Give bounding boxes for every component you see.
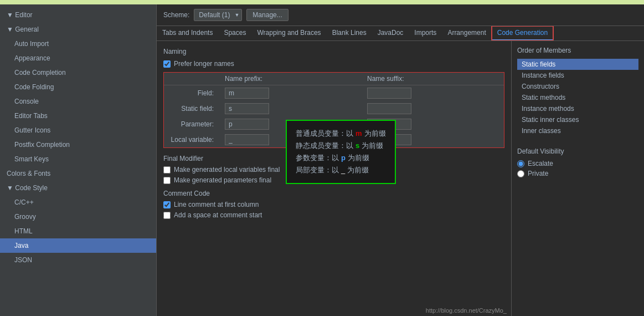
content-panel: Scheme: Default (1) ▼ Manage... Tabs and… [157, 4, 644, 316]
left-panel: Naming Prefer longer names Name prefix: … [157, 41, 511, 316]
visibility-option: Private [517, 170, 638, 177]
row-label: Static field: [164, 101, 219, 116]
top-bar [0, 0, 644, 4]
visibility-label: Escalate [528, 160, 553, 167]
ann-line-1: 普通成员变量：以m为前缀 [296, 128, 386, 140]
line-comment-first-checkbox[interactable] [163, 201, 171, 208]
scheme-dropdown-wrapper[interactable]: Default (1) ▼ [194, 9, 242, 21]
add-space-checkbox[interactable] [163, 212, 171, 219]
row-prefix[interactable] [219, 101, 362, 116]
sidebar-item-code-style[interactable]: ▼ Code Style [0, 181, 156, 195]
sidebar-item-appearance[interactable]: Appearance [0, 51, 156, 65]
tabs-bar: Tabs and IndentsSpacesWrapping and Brace… [157, 26, 644, 41]
tab-wrapping[interactable]: Wrapping and Braces [251, 26, 326, 40]
row-prefix[interactable] [219, 85, 362, 101]
order-list-item[interactable]: Constructors [517, 81, 638, 92]
naming-row: Static field: [164, 101, 504, 116]
ann-line-3: 参数变量：以p为前缀 [296, 152, 386, 164]
local-vars-final-checkbox[interactable] [163, 166, 171, 174]
tab-code-gen[interactable]: Code Generation [492, 26, 553, 40]
line-comment-first-row: Line comment at first column [163, 201, 504, 208]
prefix-input[interactable] [225, 103, 269, 114]
prefer-longer-names-row: Prefer longer names [163, 60, 504, 68]
sidebar-item-console[interactable]: Console [0, 94, 156, 109]
annotation-popup: 普通成员变量：以m为前缀 静态成员变量：以s为前缀 参数变量：以p为前缀 局部变… [286, 120, 396, 184]
name-prefix-col-header: Name prefix: [219, 73, 362, 85]
sidebar-item-json[interactable]: JSON [0, 253, 156, 267]
visibility-radio[interactable] [517, 170, 524, 177]
add-space-row: Add a space at comment start [163, 211, 504, 219]
tab-imports[interactable]: Imports [409, 26, 442, 40]
add-space-label: Add a space at comment start [174, 211, 262, 219]
sidebar-item-editor[interactable]: ▼ Editor [0, 8, 156, 22]
visibility-radio[interactable] [517, 160, 524, 167]
naming-section-title: Naming [163, 48, 504, 55]
visibility-options: EscalatePrivate [517, 160, 638, 177]
prefer-longer-names-label: Prefer longer names [174, 60, 234, 68]
ann-line-4: 局部变量：以_为前缀 [296, 164, 386, 176]
sidebar-item-html[interactable]: HTML [0, 224, 156, 238]
scheme-dropdown[interactable]: Default (1) [194, 9, 242, 21]
comment-code-section: Comment Code Line comment at first colum… [163, 190, 504, 219]
suffix-input[interactable] [367, 88, 411, 99]
params-final-checkbox[interactable] [163, 177, 171, 184]
prefix-input[interactable] [225, 88, 269, 99]
main-container: ▼ Editor▼ GeneralAuto ImportAppearanceCo… [0, 4, 644, 316]
tab-blank-lines[interactable]: Blank Lines [327, 26, 372, 40]
naming-table: Name prefix: Name suffix: Field: Static … [163, 72, 504, 148]
sidebar-item-code-folding[interactable]: Code Folding [0, 80, 156, 94]
line-comment-first-label: Line comment at first column [174, 201, 259, 208]
sidebar-item-colors-fonts[interactable]: Colors & Fonts [0, 166, 156, 181]
ann-line-2: 静态成员变量：以s为前缀 [296, 140, 386, 152]
order-list-item[interactable]: Instance fields [517, 70, 638, 81]
sidebar-item-gutter-icons[interactable]: Gutter Icons [0, 123, 156, 137]
local-vars-final-label: Make generated local variables final [174, 166, 280, 174]
order-list-item[interactable]: Instance methods [517, 103, 638, 114]
sidebar-item-code-completion[interactable]: Code Completion [0, 65, 156, 80]
row-label: Parameter: [164, 116, 219, 132]
watermark: http://blog.csdn.net/CrazyMo_ [426, 307, 507, 314]
default-visibility-title: Default Visibility [517, 147, 638, 155]
order-list: Static fieldsInstance fieldsConstructors… [517, 59, 638, 136]
prefer-longer-names-checkbox[interactable] [163, 60, 171, 68]
params-final-label: Make generated parameters final [174, 176, 271, 184]
visibility-section: Default Visibility EscalatePrivate [517, 147, 638, 177]
order-list-item[interactable]: Static inner classes [517, 114, 638, 125]
prefix-input[interactable] [225, 134, 269, 145]
tab-spaces[interactable]: Spaces [218, 26, 251, 40]
visibility-option: Escalate [517, 160, 638, 167]
order-list-item[interactable]: Static fields [517, 59, 638, 70]
prefix-input[interactable] [225, 119, 269, 130]
sidebar-item-c-cpp[interactable]: C/C++ [0, 195, 156, 210]
order-list-item[interactable]: Inner classes [517, 125, 638, 136]
row-suffix[interactable] [362, 101, 504, 116]
scheme-label: Scheme: [163, 11, 189, 19]
scheme-bar: Scheme: Default (1) ▼ Manage... [157, 4, 644, 26]
row-label: Local variable: [164, 132, 219, 147]
naming-row: Field: [164, 85, 504, 101]
sidebar-item-postfix-completion[interactable]: Postfix Completion [0, 137, 156, 152]
name-suffix-col-header: Name suffix: [362, 73, 504, 85]
row-label: Field: [164, 85, 219, 101]
comment-code-title: Comment Code [163, 190, 504, 197]
order-of-members-title: Order of Members [517, 47, 638, 54]
sidebar: ▼ Editor▼ GeneralAuto ImportAppearanceCo… [0, 4, 157, 316]
sidebar-item-editor-tabs[interactable]: Editor Tabs [0, 109, 156, 123]
sidebar-item-java[interactable]: Java [0, 238, 156, 253]
order-list-item[interactable]: Static methods [517, 92, 638, 103]
suffix-input[interactable] [367, 103, 411, 114]
right-panel: Order of Members Static fieldsInstance f… [511, 41, 644, 316]
name-prefix-header [164, 73, 219, 85]
tab-tabs-indents[interactable]: Tabs and Indents [157, 26, 218, 40]
main-area: Naming Prefer longer names Name prefix: … [157, 41, 644, 316]
manage-button[interactable]: Manage... [246, 9, 288, 21]
row-suffix[interactable] [362, 85, 504, 101]
sidebar-item-smart-keys[interactable]: Smart Keys [0, 152, 156, 166]
tab-javadoc[interactable]: JavaDoc [372, 26, 409, 40]
sidebar-item-groovy[interactable]: Groovy [0, 210, 156, 224]
visibility-label: Private [528, 170, 548, 177]
sidebar-item-auto-import[interactable]: Auto Import [0, 37, 156, 51]
sidebar-item-general[interactable]: ▼ General [0, 22, 156, 37]
tab-arrangement[interactable]: Arrangement [442, 26, 491, 40]
